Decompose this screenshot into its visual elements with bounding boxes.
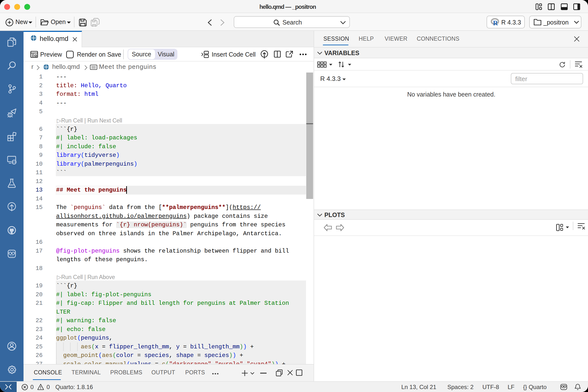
svg-text:R: R xyxy=(493,19,498,26)
